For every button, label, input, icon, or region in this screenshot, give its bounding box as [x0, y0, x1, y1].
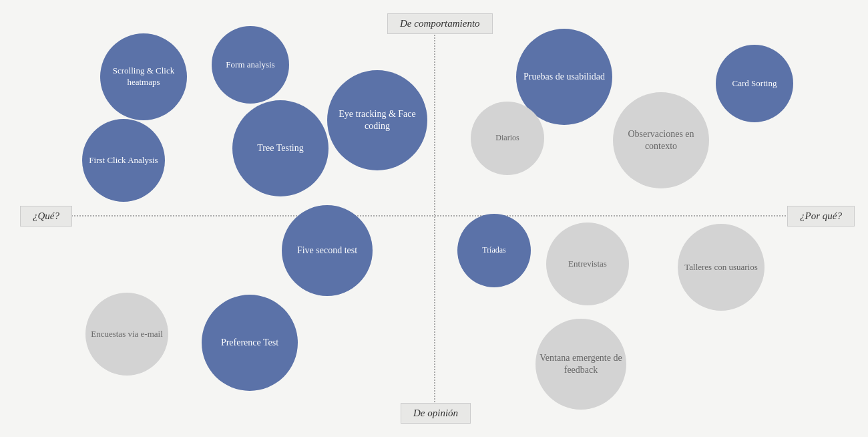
- axis-left-label: ¿Qué?: [20, 206, 72, 227]
- bubble-form-analysis: Form analysis: [212, 26, 289, 104]
- bubble-label-preference-test: Preference Test: [218, 333, 282, 352]
- bubble-triadas: Tríadas: [457, 214, 531, 287]
- vertical-axis-line: [434, 27, 435, 410]
- bubble-label-encuestas: Encuestas via e-mail: [87, 325, 166, 343]
- bubble-label-eye-tracking: Eye tracking & Face coding: [327, 105, 427, 136]
- bubble-tree-testing: Tree Testing: [232, 100, 329, 196]
- bubble-talleres: Talleres con usuarios: [678, 224, 765, 311]
- axis-bottom-label: De opinión: [401, 403, 471, 424]
- chart: De comportamiento De opinión ¿Qué? ¿Por …: [0, 0, 868, 437]
- bubble-card-sorting: Card Sorting: [716, 45, 793, 122]
- bubble-label-ventana-emergente: Ventana emergente de feedback: [535, 349, 626, 380]
- bubble-five-second: Five second test: [282, 205, 373, 296]
- bubble-observaciones: Observaciones en contexto: [613, 92, 709, 188]
- axis-top-label: De comportamiento: [387, 13, 493, 34]
- bubble-label-talleres: Talleres con usuarios: [681, 259, 761, 277]
- bubble-encuestas: Encuestas via e-mail: [85, 293, 168, 376]
- bubble-label-diarios: Diarios: [492, 130, 522, 147]
- bubble-preference-test: Preference Test: [202, 295, 298, 391]
- bubble-first-click: First Click Analysis: [82, 119, 165, 202]
- bubble-label-observaciones: Observaciones en contexto: [613, 125, 709, 156]
- bubble-scrolling-heatmaps: Scrolling & Click heatmaps: [100, 33, 187, 120]
- bubble-label-card-sorting: Card Sorting: [729, 75, 781, 93]
- horizontal-axis-line: [40, 215, 855, 216]
- bubble-label-tree-testing: Tree Testing: [254, 139, 306, 158]
- bubble-label-entrevistas: Entrevistas: [565, 255, 610, 273]
- axis-right-label: ¿Por qué?: [787, 206, 855, 227]
- bubble-label-scrolling-heatmaps: Scrolling & Click heatmaps: [100, 62, 187, 92]
- bubble-ventana-emergente: Ventana emergente de feedback: [535, 319, 626, 410]
- bubble-label-pruebas-usabilidad: Pruebas de usabilidad: [520, 67, 608, 86]
- bubble-diarios: Diarios: [471, 102, 544, 175]
- bubble-label-first-click: First Click Analysis: [85, 152, 161, 170]
- bubble-eye-tracking: Eye tracking & Face coding: [327, 70, 427, 170]
- bubble-label-form-analysis: Form analysis: [222, 56, 278, 74]
- bubble-label-five-second: Five second test: [294, 241, 361, 260]
- bubble-entrevistas: Entrevistas: [546, 223, 629, 305]
- bubble-label-triadas: Tríadas: [479, 242, 509, 259]
